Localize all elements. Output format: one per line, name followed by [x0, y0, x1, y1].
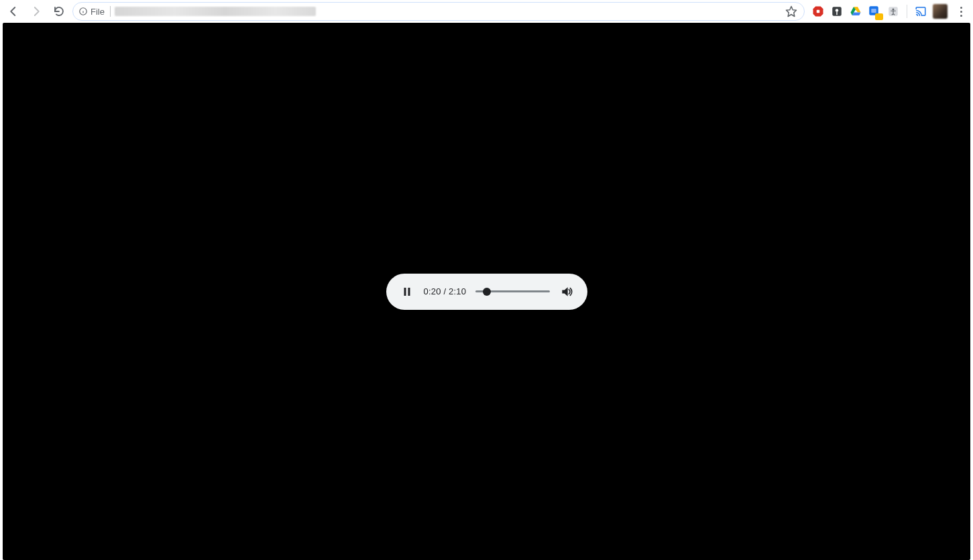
browser-toolbar: File	[0, 0, 973, 23]
play-pause-button[interactable]	[400, 284, 414, 299]
extension-badge	[875, 13, 883, 20]
profile-avatar[interactable]	[933, 4, 948, 19]
svg-rect-5	[817, 10, 820, 13]
svg-marker-3	[787, 7, 797, 17]
volume-button[interactable]	[559, 284, 574, 299]
audio-player: 0:20 / 2:10	[386, 274, 587, 310]
forward-button[interactable]	[27, 2, 46, 21]
svg-rect-16	[408, 288, 410, 296]
tag-manager-icon[interactable]	[868, 5, 881, 18]
extensions-strip	[809, 2, 969, 21]
info-icon	[78, 7, 88, 16]
svg-point-14	[893, 9, 895, 11]
svg-rect-12	[871, 9, 876, 13]
seek-thumb[interactable]	[483, 288, 491, 296]
back-button[interactable]	[4, 2, 23, 21]
adblock-icon[interactable]	[811, 5, 825, 18]
location-icon[interactable]	[830, 5, 844, 18]
reload-button[interactable]	[50, 2, 68, 21]
url-protocol-chip: File	[78, 6, 113, 17]
star-icon	[785, 5, 797, 17]
chrome-menu-button[interactable]	[953, 2, 969, 21]
seek-slider[interactable]	[475, 288, 549, 296]
bookmark-button[interactable]	[784, 4, 799, 19]
media-page: 0:20 / 2:10	[3, 23, 970, 560]
google-drive-icon[interactable]	[849, 5, 862, 18]
playback-time: 0:20 / 2:10	[424, 286, 467, 296]
svg-point-7	[836, 9, 839, 12]
accessibility-icon[interactable]	[886, 5, 900, 18]
svg-rect-15	[404, 288, 406, 296]
url-path-redacted	[115, 7, 316, 16]
url-protocol-label: File	[91, 7, 105, 17]
cast-icon[interactable]	[914, 5, 927, 18]
pause-icon	[401, 286, 413, 298]
extension-separator	[907, 5, 907, 18]
volume-icon	[560, 285, 573, 298]
address-bar[interactable]: File	[72, 2, 805, 21]
address-bar-url: File	[78, 6, 780, 17]
